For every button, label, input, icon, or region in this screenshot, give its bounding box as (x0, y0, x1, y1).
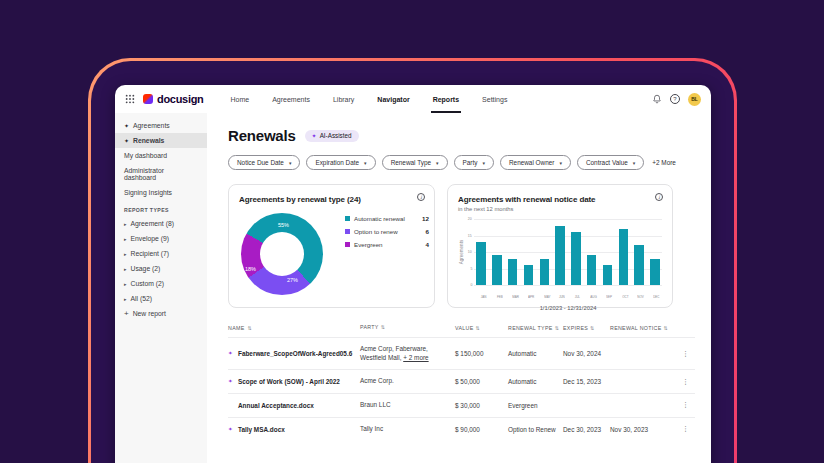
donut-card-title: Agreements by renewal type (24) (239, 195, 424, 204)
bar-category-label: NOV (634, 286, 644, 304)
reports-sidebar: ✦ Agreements ✦ Renewals My dashboard Adm… (115, 113, 207, 463)
ai-sparkle-icon: ✦ (228, 350, 235, 357)
ai-assisted-badge: ✦ AI-Assisted (305, 130, 359, 142)
docusign-wordmark: docusign (157, 93, 204, 105)
party-cell: Braun LLC (360, 401, 455, 410)
ai-sparkle-icon: ✦ (124, 137, 129, 144)
sidebar-item-label: Signing Insights (124, 189, 172, 196)
bar (492, 255, 502, 285)
help-icon[interactable]: ? (670, 94, 680, 104)
caret-right-icon: ▸ (124, 251, 127, 257)
caret-right-icon: ▸ (124, 236, 127, 242)
row-menu-kebab-icon[interactable]: ⋮ (682, 378, 689, 385)
sidebar-item-all-reports[interactable]: ▸ All (52) (115, 291, 207, 306)
chevron-down-icon: ▾ (633, 160, 636, 166)
nav-library[interactable]: Library (333, 85, 354, 113)
sidebar-item-my-dashboard[interactable]: My dashboard (115, 148, 207, 163)
bar-category-label: SEP (603, 286, 613, 304)
sidebar-new-report-button[interactable]: + New report (115, 306, 207, 321)
party-cell: Tally Inc (360, 425, 455, 434)
caret-right-icon: ▸ (124, 221, 127, 227)
renewal-notice-chart-card: Agreements with renewal notice date in t… (447, 184, 673, 308)
sort-icon: ⇅ (663, 325, 668, 331)
legend-item: Evergreen 4 (345, 241, 429, 248)
renewals-table: NAME⇅ PARTY⇅ VALUE⇅ RENEWAL TYPE⇅ EXPIRE… (228, 319, 695, 440)
row-menu-kebab-icon[interactable]: ⋮ (682, 350, 689, 357)
sidebar-item-recipient-reports[interactable]: ▸ Recipient (7) (115, 246, 207, 261)
filter-contract-value[interactable]: Contract Value ▾ (577, 155, 644, 170)
column-header-renewal-type[interactable]: RENEWAL TYPE⇅ (508, 325, 563, 331)
bar-card-subtitle: in the next 12 months (458, 206, 662, 212)
bar (555, 226, 565, 285)
agreement-name: Faberware_ScopeOfWork-Agreed05.6 (238, 350, 352, 357)
bar (476, 242, 486, 285)
chevron-down-icon: ▾ (364, 160, 367, 166)
bar-months: JANFEBMARAPRMAYJUNJULAUGSEPOCTNOVDEC (476, 286, 662, 304)
apps-grid-icon[interactable] (125, 94, 135, 104)
sidebar-item-signing-insights[interactable]: Signing Insights (115, 185, 207, 200)
docusign-logo[interactable]: docusign (143, 93, 204, 105)
filter-notice-due-date[interactable]: Notice Due Date ▾ (228, 155, 300, 170)
agreement-name: Scope of Work (SOW) - April 2022 (238, 378, 340, 385)
party-cell: Acme Corp. (360, 377, 455, 386)
filter-party[interactable]: Party ▾ (454, 155, 494, 170)
nav-settings[interactable]: Settings (482, 85, 507, 113)
donut-slice-label: 18% (245, 266, 256, 272)
sidebar-item-renewals[interactable]: ✦ Renewals (115, 133, 207, 148)
sidebar-item-agreements[interactable]: ✦ Agreements (115, 118, 207, 133)
info-icon[interactable]: i (417, 193, 425, 201)
avatar[interactable]: BL (688, 93, 701, 106)
sort-icon: ⇅ (475, 325, 480, 331)
notifications-bell-icon[interactable] (652, 94, 662, 104)
renewal-type-chart-card: Agreements by renewal type (24) i 55% 27… (228, 184, 435, 308)
column-header-expires[interactable]: EXPIRES⇅ (563, 325, 610, 331)
legend-item: Option to renew 6 (345, 228, 429, 235)
table-row[interactable]: ✦ Scope of Work (SOW) - April 2022 Acme … (228, 369, 695, 393)
sidebar-item-envelope-reports[interactable]: ▸ Envelope (9) (115, 231, 207, 246)
renewal-type-cell: Option to Renew (508, 426, 563, 433)
sidebar-item-label: New report (133, 310, 166, 317)
filter-expiration-date[interactable]: Expiration Date ▾ (306, 155, 375, 170)
value-cell: $ 50,000 (455, 378, 508, 385)
ai-sparkle-icon: ✦ (312, 132, 317, 139)
ai-sparkle-icon: ✦ (124, 122, 129, 129)
row-menu-kebab-icon[interactable]: ⋮ (682, 401, 689, 408)
y-tick-label: 10 (463, 249, 472, 255)
sidebar-item-agreement-reports[interactable]: ▸ Agreement (8) (115, 216, 207, 231)
sidebar-item-administrator-dashboard[interactable]: Administrator dashboard (115, 163, 207, 185)
column-header-value[interactable]: VALUE⇅ (455, 325, 508, 331)
column-header-party[interactable]: PARTY⇅ (360, 324, 455, 331)
main-content: Renewals ✦ AI-Assisted Notice Due Date ▾… (207, 113, 711, 463)
docusign-logo-mark-icon (143, 94, 153, 104)
bar-range-label: 1/1/2023 - 12/31/2024 (474, 305, 662, 311)
party-more-link[interactable]: + 2 more (403, 354, 428, 361)
row-menu-kebab-icon[interactable]: ⋮ (682, 425, 689, 432)
nav-reports[interactable]: Reports (433, 85, 459, 113)
nav-navigator[interactable]: Navigator (377, 85, 409, 113)
bar-ylabel: Agreements (458, 236, 464, 268)
table-row[interactable]: ✦ Annual Acceptance.docx Braun LLC $ 30,… (228, 393, 695, 417)
renewal-type-cell: Evergreen (508, 402, 563, 409)
sidebar-item-usage-reports[interactable]: ▸ Usage (2) (115, 261, 207, 276)
sort-icon: ⇅ (555, 325, 560, 331)
value-cell: $ 30,000 (455, 402, 508, 409)
chevron-down-icon: ▾ (436, 160, 439, 166)
table-row[interactable]: ✦ Faberware_ScopeOfWork-Agreed05.6 Acme … (228, 337, 695, 369)
sidebar-item-custom-reports[interactable]: ▸ Custom (2) (115, 276, 207, 291)
filter-renewal-type[interactable]: Renewal Type ▾ (382, 155, 448, 170)
sidebar-section-report-types: REPORT TYPES (115, 200, 207, 216)
bar-category-label: JAN (478, 286, 488, 304)
table-row[interactable]: ✦ Tally MSA.docx Tally Inc $ 90,000 Opti… (228, 417, 695, 441)
filter-renewal-owner[interactable]: Renewal Owner ▾ (500, 155, 571, 170)
more-filters-link[interactable]: +2 More (652, 159, 676, 166)
chevron-down-icon: ▾ (482, 160, 485, 166)
nav-agreements[interactable]: Agreements (272, 85, 310, 113)
y-tick-label: 20 (463, 216, 472, 222)
column-header-renewal-notice[interactable]: RENEWAL NOTICE⇅ (610, 325, 672, 331)
bar-plot (476, 219, 660, 285)
top-navigation-bar: docusign Home Agreements Library Navigat… (115, 85, 711, 113)
nav-home[interactable]: Home (231, 85, 250, 113)
column-header-name[interactable]: NAME⇅ (228, 325, 360, 331)
info-icon[interactable]: i (655, 193, 663, 201)
donut-slice-label: 55% (278, 222, 289, 228)
